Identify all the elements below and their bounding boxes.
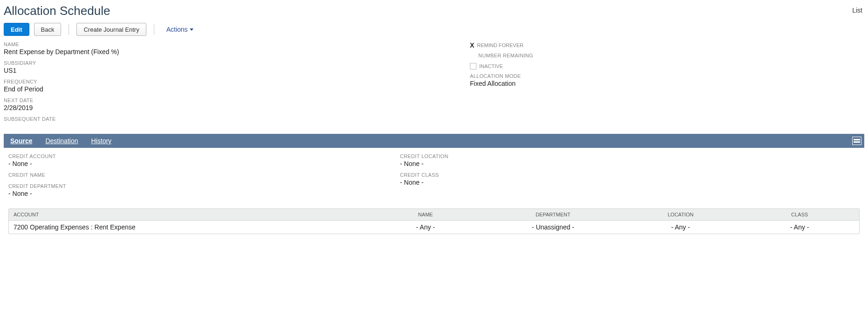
action-bar: Edit Back Create Journal Entry Actions <box>4 23 864 36</box>
credit-name-label: CREDIT NAME <box>8 172 381 178</box>
next-date-value: 2/28/2019 <box>4 104 451 111</box>
credit-class-value: - None - <box>400 179 773 186</box>
credit-location-label: CREDIT LOCATION <box>400 153 773 159</box>
credit-department-label: CREDIT DEPARTMENT <box>8 183 381 189</box>
actions-menu[interactable]: Actions <box>166 26 193 33</box>
actions-menu-label: Actions <box>166 26 188 33</box>
subsequent-date-label: SUBSEQUENT DATE <box>4 116 451 122</box>
remind-forever-label: REMIND FOREVER <box>477 42 524 48</box>
cell-class: - Any - <box>740 221 859 234</box>
subsidiary-label: SUBSIDIARY <box>4 60 451 66</box>
separator <box>154 24 154 35</box>
col-location[interactable]: LOCATION <box>621 209 740 221</box>
page-title: Allocation Schedule <box>4 4 110 18</box>
cell-account: 7200 Operating Expenses : Rent Expense <box>9 221 366 234</box>
col-account[interactable]: ACCOUNT <box>9 209 366 221</box>
col-class[interactable]: CLASS <box>740 209 859 221</box>
allocation-mode-label: ALLOCATION MODE <box>470 73 864 79</box>
tab-source[interactable]: Source <box>4 134 39 148</box>
allocation-mode-value: Fixed Allocation <box>470 80 864 87</box>
credit-class-label: CREDIT CLASS <box>400 172 773 178</box>
credit-account-label: CREDIT ACCOUNT <box>8 153 381 159</box>
back-button[interactable]: Back <box>34 23 62 36</box>
credit-account-value: - None - <box>8 160 381 167</box>
frequency-value: End of Period <box>4 85 451 93</box>
next-date-label: NEXT DATE <box>4 97 451 103</box>
source-grid: ACCOUNT NAME DEPARTMENT LOCATION CLASS 7… <box>8 208 860 234</box>
cell-department: - Unassigned - <box>485 221 621 234</box>
name-value: Rent Expense by Department (Fixed %) <box>4 48 451 55</box>
subsidiary-value: US1 <box>4 67 451 74</box>
inactive-checkbox[interactable] <box>470 63 476 69</box>
cell-name: - Any - <box>366 221 485 234</box>
col-name[interactable]: NAME <box>366 209 485 221</box>
tab-destination[interactable]: Destination <box>39 134 84 148</box>
separator <box>69 24 69 35</box>
table-row[interactable]: 7200 Operating Expenses : Rent Expense -… <box>9 221 859 234</box>
edit-button[interactable]: Edit <box>4 23 29 36</box>
name-label: NAME <box>4 42 451 47</box>
tab-bar: Source Destination History <box>4 134 864 148</box>
frequency-label: FREQUENCY <box>4 79 451 84</box>
tab-history[interactable]: History <box>85 134 118 148</box>
panel-layout-icon[interactable] <box>852 137 861 145</box>
create-journal-button[interactable]: Create Journal Entry <box>76 23 146 36</box>
remind-forever-indicator: X <box>470 42 474 49</box>
credit-department-value: - None - <box>8 190 381 197</box>
number-remaining-label: NUMBER REMAINING <box>470 53 864 58</box>
inactive-label: INACTIVE <box>479 63 503 69</box>
cell-location: - Any - <box>621 221 740 234</box>
col-department[interactable]: DEPARTMENT <box>485 209 621 221</box>
list-link[interactable]: List <box>852 4 864 14</box>
credit-location-value: - None - <box>400 160 773 167</box>
chevron-down-icon <box>190 28 193 31</box>
